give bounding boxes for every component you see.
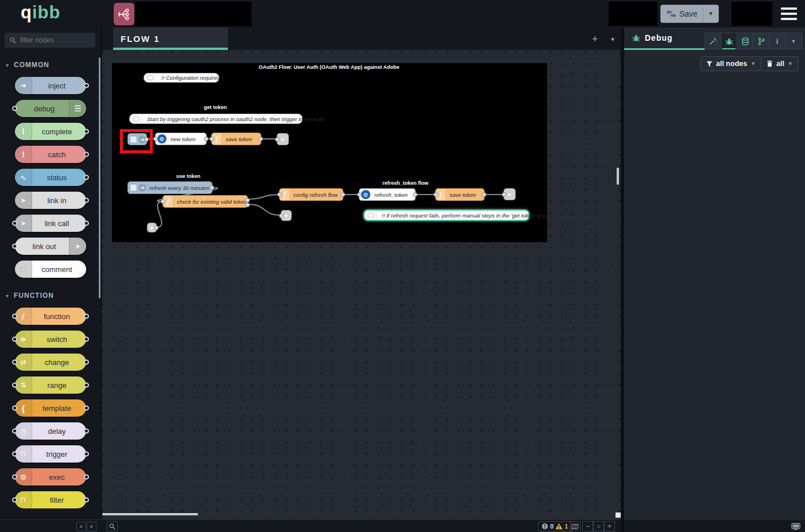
- input-port[interactable]: [277, 192, 282, 197]
- palette-collapse-button[interactable]: «: [76, 522, 86, 531]
- flow-oauth2-node[interactable]: ⚙refresh_token: [359, 188, 416, 201]
- minimap-button[interactable]: [570, 521, 580, 531]
- palette-node-trigger[interactable]: ⊓trigger: [15, 445, 86, 463]
- input-port[interactable]: [434, 192, 438, 197]
- node-port[interactable]: [12, 429, 17, 434]
- palette-node-status[interactable]: ∿status: [15, 169, 86, 186]
- node-port[interactable]: [12, 383, 17, 388]
- node-port[interactable]: [12, 106, 17, 111]
- branch-icon[interactable]: [753, 33, 769, 49]
- node-port[interactable]: [84, 221, 89, 226]
- filter-all-nodes-dropdown[interactable]: all nodes ▼: [700, 56, 761, 71]
- canvas-vertical-scrollbar[interactable]: [617, 168, 619, 185]
- output-port[interactable]: [258, 137, 263, 141]
- flow-function-node[interactable]: ƒcheck for existing valid token: [162, 195, 248, 208]
- palette-node-exec[interactable]: ⚙exec: [15, 468, 86, 486]
- node-port[interactable]: [84, 314, 89, 319]
- input-port[interactable]: [502, 192, 506, 197]
- palette-node-function[interactable]: ƒfunction: [15, 308, 86, 325]
- palette-expand-button[interactable]: »: [87, 522, 96, 531]
- node-port[interactable]: [12, 452, 17, 457]
- node-port[interactable]: [12, 337, 17, 342]
- palette-node-debug[interactable]: ☰debug: [15, 100, 86, 117]
- palette-node-filter[interactable]: ⊓filter: [15, 491, 86, 508]
- output-port[interactable]: [482, 192, 486, 197]
- palette-section-function[interactable]: ▾FUNCTION: [0, 284, 101, 308]
- toolbar-caret-icon[interactable]: ▼: [785, 33, 802, 49]
- palette-node-change[interactable]: ⇄change: [15, 354, 86, 371]
- database-icon[interactable]: [737, 33, 753, 49]
- input-port[interactable]: [153, 137, 158, 141]
- hamburger-menu-icon[interactable]: [781, 7, 797, 20]
- node-port[interactable]: [12, 498, 17, 503]
- inject-button[interactable]: [130, 184, 137, 192]
- palette-node-switch[interactable]: ⋔switch: [15, 331, 86, 348]
- node-port[interactable]: [84, 175, 89, 180]
- node-port[interactable]: [84, 337, 89, 342]
- palette-scrollbar[interactable]: [99, 57, 100, 298]
- node-port[interactable]: [12, 244, 17, 249]
- zoom-out-button[interactable]: −: [582, 521, 593, 531]
- node-port[interactable]: [84, 498, 89, 503]
- node-port[interactable]: [84, 452, 89, 457]
- bug-tab-icon[interactable]: [721, 33, 737, 49]
- flow-link-node[interactable]: ➤: [147, 223, 157, 232]
- palette-section-common[interactable]: ▾COMMON: [0, 53, 101, 77]
- input-port[interactable]: [357, 192, 362, 197]
- node-port[interactable]: [84, 475, 89, 480]
- palette-node-catch[interactable]: !catch: [15, 146, 86, 163]
- info-icon[interactable]: i: [769, 33, 785, 49]
- output-port[interactable]: [340, 192, 345, 197]
- palette-node-link-call[interactable]: ➤link call: [15, 215, 86, 232]
- flow-link-node[interactable]: ➤: [277, 133, 289, 145]
- flow-function-node[interactable]: ƒconfig refresh flow: [279, 188, 343, 201]
- palette-node-inject[interactable]: ➔inject: [15, 77, 86, 94]
- wand-icon[interactable]: [705, 33, 721, 49]
- node-port[interactable]: [84, 383, 89, 388]
- flow-canvas[interactable]: OAuth2 Flow: User Auth (OAuth Web App) a…: [102, 50, 624, 519]
- tab-flow-1[interactable]: FLOW 1: [113, 28, 228, 50]
- debug-tab[interactable]: Debug: [632, 33, 673, 42]
- input-port[interactable]: [275, 137, 280, 142]
- palette-node-link-in[interactable]: ➤link in: [15, 192, 86, 209]
- palette-node-template[interactable]: {template: [15, 399, 86, 417]
- canvas-scroll-corner[interactable]: [616, 512, 621, 518]
- palette-node-delay[interactable]: ◷delay: [15, 422, 86, 440]
- input-port[interactable]: [210, 137, 214, 141]
- canvas-horizontal-scrollbar[interactable]: [102, 513, 198, 515]
- node-port[interactable]: [84, 360, 89, 365]
- filter-nodes-input[interactable]: [20, 36, 89, 44]
- flow-list-caret-icon[interactable]: ▾: [606, 32, 620, 46]
- flow-inject-node[interactable]: ➔refresh every 30 minutes ↻: [127, 181, 212, 194]
- flow-function-node[interactable]: ƒsave token: [211, 133, 261, 145]
- node-port[interactable]: [12, 360, 17, 365]
- input-port[interactable]: [279, 213, 284, 218]
- node-port[interactable]: [12, 406, 17, 411]
- flow-comment-node[interactable]: !! Configuration required !!: [144, 73, 219, 83]
- output-port[interactable]: [204, 137, 208, 141]
- node-port[interactable]: [84, 198, 89, 203]
- palette-node-complete[interactable]: !complete: [15, 123, 86, 140]
- clear-all-dropdown[interactable]: all ▼: [761, 56, 799, 71]
- node-port[interactable]: [84, 429, 89, 434]
- flow-oauth2-node[interactable]: ⚙new token: [155, 133, 207, 145]
- flow-comment-node[interactable]: Start by triggering oauth2 process in oa…: [129, 114, 303, 124]
- notifications-status[interactable]: 0 1: [538, 521, 571, 531]
- monitor-icon[interactable]: [790, 522, 802, 531]
- node-port[interactable]: [84, 129, 89, 134]
- palette-node-range[interactable]: ⇅range: [15, 376, 86, 394]
- flow-tile-icon[interactable]: [114, 3, 134, 25]
- output-port[interactable]: [210, 185, 214, 190]
- zoom-in-button[interactable]: +: [604, 521, 615, 531]
- flow-function-node[interactable]: ƒsave token: [435, 188, 485, 201]
- palette-node-comment[interactable]: comment: [15, 261, 86, 278]
- node-port[interactable]: [84, 152, 89, 157]
- zoom-reset-button[interactable]: ○: [593, 521, 604, 531]
- output-port[interactable]: [154, 226, 158, 230]
- add-flow-button[interactable]: +: [588, 32, 602, 46]
- node-port[interactable]: [12, 475, 17, 480]
- input-port[interactable]: [161, 199, 165, 204]
- node-port[interactable]: [84, 406, 89, 411]
- node-port[interactable]: [12, 221, 17, 226]
- node-port[interactable]: [12, 314, 17, 319]
